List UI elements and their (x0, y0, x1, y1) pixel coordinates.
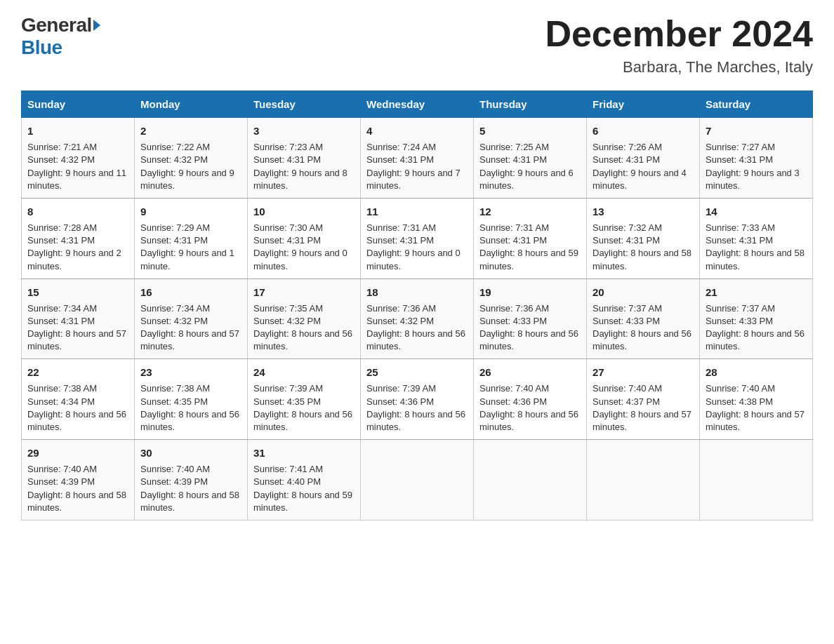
day-info: Sunrise: 7:38 AMSunset: 4:35 PMDaylight:… (140, 382, 241, 434)
day-cell: 6Sunrise: 7:26 AMSunset: 4:31 PMDaylight… (587, 118, 700, 199)
week-row-3: 15Sunrise: 7:34 AMSunset: 4:31 PMDayligh… (22, 279, 813, 359)
day-number: 31 (253, 445, 355, 460)
day-info: Sunrise: 7:40 AMSunset: 4:37 PMDaylight:… (593, 382, 694, 434)
header: General Blue December 2024 Barbara, The … (21, 14, 813, 76)
day-number: 1 (27, 123, 128, 138)
week-row-1: 1Sunrise: 7:21 AMSunset: 4:32 PMDaylight… (22, 118, 813, 199)
day-number: 29 (27, 445, 128, 460)
day-cell: 21Sunrise: 7:37 AMSunset: 4:33 PMDayligh… (700, 279, 813, 359)
day-info: Sunrise: 7:31 AMSunset: 4:31 PMDaylight:… (479, 222, 581, 273)
day-info: Sunrise: 7:34 AMSunset: 4:32 PMDaylight:… (140, 302, 241, 354)
day-number: 5 (479, 123, 581, 138)
day-cell: 23Sunrise: 7:38 AMSunset: 4:35 PMDayligh… (135, 359, 248, 440)
day-cell: 10Sunrise: 7:30 AMSunset: 4:31 PMDayligh… (248, 198, 361, 279)
day-number: 23 (140, 365, 241, 380)
day-cell (700, 440, 813, 521)
day-info: Sunrise: 7:28 AMSunset: 4:31 PMDaylight:… (27, 222, 128, 273)
header-row: SundayMondayTuesdayWednesdayThursdayFrid… (22, 91, 813, 118)
location-subtitle: Barbara, The Marches, Italy (545, 58, 813, 76)
day-cell: 29Sunrise: 7:40 AMSunset: 4:39 PMDayligh… (22, 440, 135, 521)
day-info: Sunrise: 7:38 AMSunset: 4:34 PMDaylight:… (27, 382, 128, 434)
day-cell: 26Sunrise: 7:40 AMSunset: 4:36 PMDayligh… (474, 359, 587, 440)
day-info: Sunrise: 7:34 AMSunset: 4:31 PMDaylight:… (27, 302, 128, 354)
day-info: Sunrise: 7:40 AMSunset: 4:39 PMDaylight:… (140, 463, 241, 514)
day-info: Sunrise: 7:39 AMSunset: 4:36 PMDaylight:… (366, 382, 468, 434)
week-row-4: 22Sunrise: 7:38 AMSunset: 4:34 PMDayligh… (22, 359, 813, 440)
week-row-2: 8Sunrise: 7:28 AMSunset: 4:31 PMDaylight… (22, 198, 813, 279)
column-header-friday: Friday (587, 91, 700, 118)
day-number: 12 (479, 204, 581, 219)
day-info: Sunrise: 7:36 AMSunset: 4:32 PMDaylight:… (366, 302, 468, 354)
day-info: Sunrise: 7:24 AMSunset: 4:31 PMDaylight:… (366, 141, 468, 192)
day-cell: 1Sunrise: 7:21 AMSunset: 4:32 PMDaylight… (22, 118, 135, 199)
logo-general-text: General (21, 14, 92, 36)
day-number: 15 (27, 285, 128, 300)
day-number: 21 (706, 285, 807, 300)
day-info: Sunrise: 7:22 AMSunset: 4:32 PMDaylight:… (140, 141, 241, 192)
day-cell: 28Sunrise: 7:40 AMSunset: 4:38 PMDayligh… (700, 359, 813, 440)
logo-arrow-icon (93, 20, 100, 31)
day-info: Sunrise: 7:32 AMSunset: 4:31 PMDaylight:… (593, 222, 694, 273)
logo: General Blue (21, 14, 100, 59)
day-info: Sunrise: 7:41 AMSunset: 4:40 PMDaylight:… (253, 463, 355, 514)
day-cell: 3Sunrise: 7:23 AMSunset: 4:31 PMDaylight… (248, 118, 361, 199)
column-header-thursday: Thursday (474, 91, 587, 118)
day-number: 14 (706, 204, 807, 219)
day-cell: 22Sunrise: 7:38 AMSunset: 4:34 PMDayligh… (22, 359, 135, 440)
day-cell: 8Sunrise: 7:28 AMSunset: 4:31 PMDaylight… (22, 198, 135, 279)
day-number: 28 (706, 365, 807, 380)
calendar-table: SundayMondayTuesdayWednesdayThursdayFrid… (21, 90, 813, 521)
day-number: 18 (366, 285, 468, 300)
day-cell: 30Sunrise: 7:40 AMSunset: 4:39 PMDayligh… (135, 440, 248, 521)
day-number: 4 (366, 123, 468, 138)
day-info: Sunrise: 7:40 AMSunset: 4:36 PMDaylight:… (479, 382, 581, 434)
day-info: Sunrise: 7:33 AMSunset: 4:31 PMDaylight:… (706, 222, 807, 273)
column-header-sunday: Sunday (22, 91, 135, 118)
day-number: 10 (253, 204, 355, 219)
day-number: 13 (593, 204, 694, 219)
day-number: 6 (593, 123, 694, 138)
day-info: Sunrise: 7:26 AMSunset: 4:31 PMDaylight:… (593, 141, 694, 192)
day-cell: 14Sunrise: 7:33 AMSunset: 4:31 PMDayligh… (700, 198, 813, 279)
day-info: Sunrise: 7:37 AMSunset: 4:33 PMDaylight:… (593, 302, 694, 354)
day-number: 27 (593, 365, 694, 380)
column-header-monday: Monday (135, 91, 248, 118)
day-number: 7 (706, 123, 807, 138)
day-cell: 31Sunrise: 7:41 AMSunset: 4:40 PMDayligh… (248, 440, 361, 521)
column-header-wednesday: Wednesday (361, 91, 474, 118)
logo-blue-text: Blue (21, 36, 62, 58)
day-info: Sunrise: 7:39 AMSunset: 4:35 PMDaylight:… (253, 382, 355, 434)
day-number: 8 (27, 204, 128, 219)
day-number: 25 (366, 365, 468, 380)
day-cell: 13Sunrise: 7:32 AMSunset: 4:31 PMDayligh… (587, 198, 700, 279)
day-number: 11 (366, 204, 468, 219)
day-cell (474, 440, 587, 521)
day-cell: 7Sunrise: 7:27 AMSunset: 4:31 PMDaylight… (700, 118, 813, 199)
day-info: Sunrise: 7:30 AMSunset: 4:31 PMDaylight:… (253, 222, 355, 273)
day-number: 24 (253, 365, 355, 380)
day-info: Sunrise: 7:37 AMSunset: 4:33 PMDaylight:… (706, 302, 807, 354)
column-header-saturday: Saturday (700, 91, 813, 118)
day-number: 17 (253, 285, 355, 300)
day-cell (361, 440, 474, 521)
day-info: Sunrise: 7:40 AMSunset: 4:39 PMDaylight:… (27, 463, 128, 514)
day-number: 19 (479, 285, 581, 300)
day-number: 16 (140, 285, 241, 300)
day-cell: 2Sunrise: 7:22 AMSunset: 4:32 PMDaylight… (135, 118, 248, 199)
day-number: 26 (479, 365, 581, 380)
day-cell: 9Sunrise: 7:29 AMSunset: 4:31 PMDaylight… (135, 198, 248, 279)
day-cell: 5Sunrise: 7:25 AMSunset: 4:31 PMDaylight… (474, 118, 587, 199)
day-info: Sunrise: 7:31 AMSunset: 4:31 PMDaylight:… (366, 222, 468, 273)
day-info: Sunrise: 7:35 AMSunset: 4:32 PMDaylight:… (253, 302, 355, 354)
day-number: 20 (593, 285, 694, 300)
day-cell: 27Sunrise: 7:40 AMSunset: 4:37 PMDayligh… (587, 359, 700, 440)
day-number: 9 (140, 204, 241, 219)
day-cell: 19Sunrise: 7:36 AMSunset: 4:33 PMDayligh… (474, 279, 587, 359)
day-cell: 25Sunrise: 7:39 AMSunset: 4:36 PMDayligh… (361, 359, 474, 440)
day-cell: 15Sunrise: 7:34 AMSunset: 4:31 PMDayligh… (22, 279, 135, 359)
day-cell: 16Sunrise: 7:34 AMSunset: 4:32 PMDayligh… (135, 279, 248, 359)
day-number: 30 (140, 445, 241, 460)
day-number: 2 (140, 123, 241, 138)
day-info: Sunrise: 7:27 AMSunset: 4:31 PMDaylight:… (706, 141, 807, 192)
day-number: 3 (253, 123, 355, 138)
